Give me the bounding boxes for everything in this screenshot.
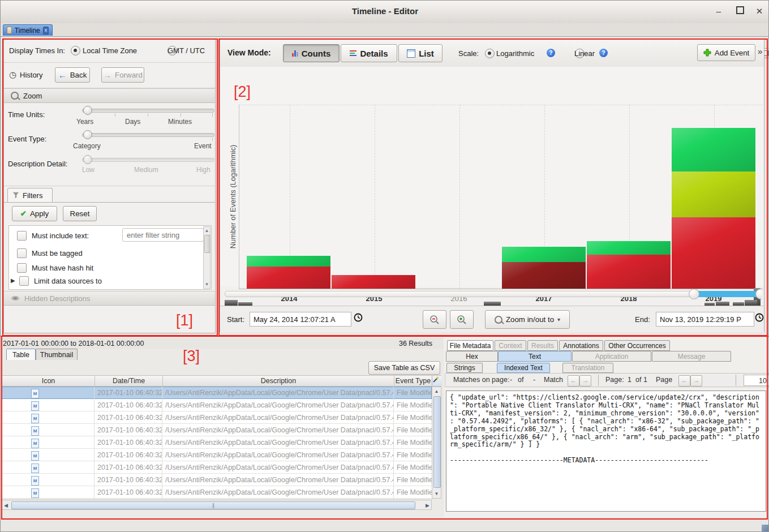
forward-button[interactable]: → Forward bbox=[101, 67, 144, 83]
maximize-button[interactable] bbox=[734, 6, 746, 18]
table-row[interactable]: M2017-01-10 06:40:32/Users/AntiRenzik/Ap… bbox=[2, 486, 432, 499]
resize-grip[interactable] bbox=[762, 525, 769, 532]
next-match-icon[interactable]: → bbox=[579, 375, 591, 387]
tab-application[interactable]: Application bbox=[572, 351, 651, 362]
event-type-slider-thumb[interactable] bbox=[83, 130, 92, 139]
start-date-field[interactable]: May 24, 2014 12:07:21 A bbox=[250, 312, 351, 327]
back-button[interactable]: ← Back bbox=[55, 67, 90, 83]
hidden-descriptions-header[interactable]: Hidden Descriptions bbox=[4, 291, 215, 306]
filters-scrollbar[interactable]: ▲ ▼ bbox=[203, 226, 210, 289]
bar-segment-red[interactable] bbox=[672, 217, 755, 289]
filters-tab[interactable]: Filters bbox=[7, 188, 53, 203]
tab-results[interactable]: Results bbox=[527, 340, 558, 351]
bar-segment-red[interactable] bbox=[247, 267, 330, 289]
tab-hex[interactable]: Hex bbox=[446, 351, 498, 362]
table-row[interactable]: M2017-01-10 06:40:32/Users/AntiRenzik/Ap… bbox=[2, 461, 432, 474]
next-page-icon[interactable]: → bbox=[690, 375, 702, 387]
bar-segment-red[interactable] bbox=[587, 255, 671, 289]
bar-segment-green[interactable] bbox=[587, 241, 671, 255]
table-row[interactable]: M2017-01-10 06:40:32/Users/AntiRenzik/Ap… bbox=[2, 436, 432, 449]
tab-table[interactable]: Table bbox=[6, 349, 36, 360]
limit-data-sources-checkbox[interactable] bbox=[19, 276, 29, 286]
end-clock-icon[interactable] bbox=[755, 313, 764, 322]
tab-other-occurrences[interactable]: Other Occurrences bbox=[604, 340, 670, 351]
expand-data-sources-icon[interactable]: ▶ bbox=[11, 277, 15, 284]
end-date-field[interactable]: Nov 13, 2019 12:29:19 P bbox=[656, 312, 754, 327]
splitter[interactable] bbox=[1, 336, 769, 337]
minimap-left-thumb[interactable] bbox=[689, 289, 699, 299]
chart-bar-2018[interactable] bbox=[587, 241, 671, 289]
event-type-slider[interactable] bbox=[82, 133, 214, 137]
column-datetime[interactable]: Date/Time bbox=[95, 376, 163, 386]
reset-button[interactable]: Reset bbox=[63, 206, 97, 221]
table-row[interactable]: M2017-01-10 06:40:32/Users/AntiRenzik/Ap… bbox=[2, 449, 432, 461]
local-time-zone-radio[interactable] bbox=[71, 46, 80, 55]
description-detail-slider[interactable] bbox=[82, 158, 214, 162]
time-units-slider[interactable] bbox=[82, 109, 214, 113]
logarithmic-radio[interactable] bbox=[485, 49, 495, 58]
tab-indexed-text[interactable]: Indexed Text bbox=[497, 363, 550, 373]
start-clock-icon[interactable] bbox=[354, 313, 363, 322]
bar-segment-darkred[interactable] bbox=[502, 262, 586, 289]
time-units-slider-thumb[interactable] bbox=[83, 106, 92, 115]
zoom-in-out-dropdown[interactable]: Zoom in/out to ▾ bbox=[485, 310, 570, 329]
must-be-tagged-checkbox[interactable] bbox=[17, 248, 27, 258]
tab-timeline[interactable]: Timeline x bbox=[3, 24, 53, 36]
zoom-out-button[interactable] bbox=[423, 310, 446, 329]
tab-annotations[interactable]: Annotations bbox=[559, 340, 603, 351]
tab-thumbnail[interactable]: Thumbnail bbox=[36, 349, 78, 360]
logarithmic-help-icon[interactable]: ? bbox=[547, 49, 555, 57]
table-row[interactable]: M2017-01-10 06:40:32/Users/AntiRenzik/Ap… bbox=[2, 424, 432, 436]
apply-button[interactable]: ✔ Apply bbox=[12, 206, 57, 221]
tab-context[interactable]: Context bbox=[495, 340, 526, 351]
tab-file-metadata[interactable]: File Metadata bbox=[447, 340, 493, 351]
description-detail-slider-thumb[interactable] bbox=[83, 155, 92, 164]
indexed-text-content[interactable]: { "update_url": "https://clients2.google… bbox=[446, 391, 766, 512]
table-hscrollbar[interactable]: ◀ ∥ ▶ bbox=[2, 500, 432, 510]
table-row[interactable]: M2017-01-10 06:40:32/Users/AntiRenzik/Ap… bbox=[2, 387, 432, 399]
column-description[interactable]: Description bbox=[163, 376, 394, 386]
tick-days: Days bbox=[125, 118, 140, 126]
tab-strings[interactable]: Strings bbox=[446, 363, 483, 373]
bar-segment-yellow[interactable] bbox=[672, 171, 755, 217]
chart-bar-2019[interactable] bbox=[672, 128, 755, 289]
counts-view-button[interactable]: Counts bbox=[283, 44, 340, 62]
zoom-in-button[interactable] bbox=[450, 310, 474, 329]
timeline-filter-panel: Display Times In: Local Time Zone GMT / … bbox=[3, 39, 216, 333]
tab-translation[interactable]: Translation bbox=[562, 363, 613, 373]
column-icon[interactable]: Icon bbox=[2, 376, 95, 386]
toolbar-overflow-icon[interactable]: » bbox=[758, 46, 762, 56]
filter-text-input[interactable] bbox=[122, 228, 204, 242]
details-view-button[interactable]: Details bbox=[341, 44, 397, 62]
table-row[interactable]: M2017-01-10 06:40:32/Users/AntiRenzik/Ap… bbox=[2, 399, 432, 411]
must-include-text-checkbox[interactable] bbox=[17, 231, 27, 241]
customize-columns-button[interactable] bbox=[432, 376, 442, 386]
column-event-type[interactable]: Event Type bbox=[394, 376, 432, 386]
add-event-button[interactable]: Add Event bbox=[697, 44, 755, 61]
save-csv-button[interactable]: Save Table as CSV bbox=[368, 361, 440, 375]
cell-datetime: 2017-01-10 06:40:32 bbox=[94, 486, 162, 499]
bar-segment-green[interactable] bbox=[247, 256, 330, 267]
close-button[interactable]: ✕ bbox=[753, 6, 766, 18]
bar-segment-green[interactable] bbox=[672, 128, 755, 171]
file-modified-icon: M bbox=[31, 389, 39, 398]
list-view-button[interactable]: List bbox=[398, 44, 443, 62]
prev-page-icon[interactable]: ← bbox=[678, 375, 690, 387]
bar-segment-green[interactable] bbox=[502, 247, 586, 262]
minimize-button[interactable]: – bbox=[712, 6, 725, 18]
minimap-track[interactable] bbox=[225, 291, 762, 297]
zoom-out-icon bbox=[429, 315, 440, 325]
minimap-selected-range[interactable] bbox=[694, 291, 761, 297]
tab-text[interactable]: Text bbox=[498, 351, 572, 362]
table-vscrollbar[interactable]: ▲ ▼ bbox=[432, 387, 441, 499]
tab-close-icon[interactable]: x bbox=[43, 27, 49, 35]
must-have-hash-hit-checkbox[interactable] bbox=[17, 263, 27, 273]
prev-match-icon[interactable]: ← bbox=[568, 375, 579, 387]
chart-bar-2017[interactable] bbox=[502, 247, 586, 289]
linear-help-icon[interactable]: ? bbox=[599, 49, 608, 57]
table-row[interactable]: M2017-01-10 06:40:32/Users/AntiRenzik/Ap… bbox=[2, 411, 432, 424]
chart-bar-2014[interactable] bbox=[247, 256, 330, 289]
tab-message[interactable]: Message bbox=[652, 351, 731, 362]
table-row[interactable]: M2017-01-10 06:40:32/Users/AntiRenzik/Ap… bbox=[2, 474, 432, 486]
text-zoom-field[interactable]: 10 bbox=[744, 375, 769, 386]
